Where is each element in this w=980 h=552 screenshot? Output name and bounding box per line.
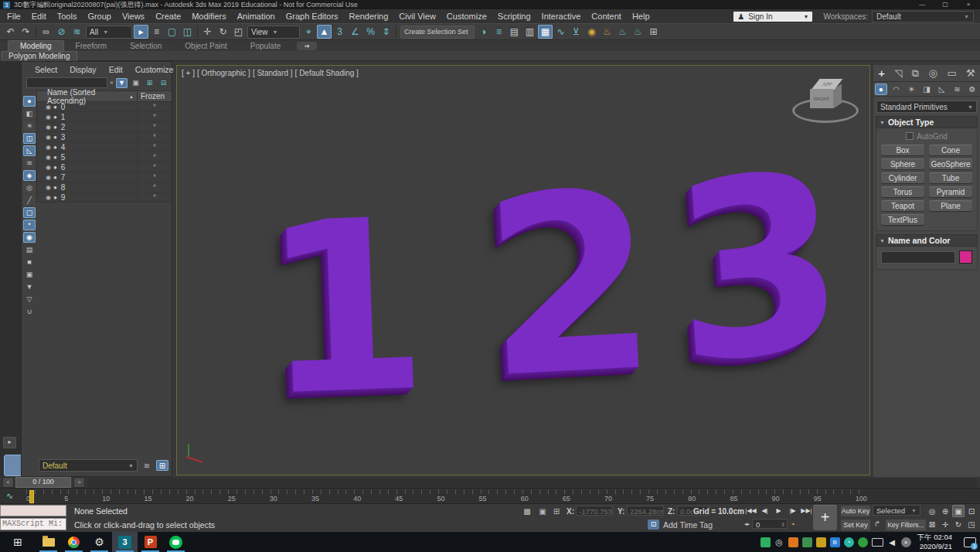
object-name[interactable]: 1	[61, 113, 137, 121]
time-configuration-icon[interactable]: ◔	[790, 520, 795, 529]
object-row[interactable]: ◉ ● 7 *	[37, 172, 172, 182]
select-scale-icon[interactable]: ◰	[231, 25, 246, 39]
isolate-selection-icon[interactable]: ▩	[521, 506, 533, 517]
cat-spacewarps-icon[interactable]: ≋	[951, 83, 963, 95]
time-slider-track[interactable]	[87, 478, 977, 487]
primitive-button[interactable]: GeoSphere	[929, 158, 972, 169]
ribbon-menu-icon[interactable]: ▪▾	[297, 42, 317, 50]
tray-display-icon[interactable]	[872, 538, 883, 547]
window-crossing-icon[interactable]: ◫	[180, 25, 195, 39]
transform-typein-icon[interactable]: ⊞	[550, 506, 563, 517]
zoom-extents-icon[interactable]: ▣	[952, 505, 965, 517]
object-name-input[interactable]	[881, 251, 955, 264]
scene-explorer-toggle-icon[interactable]: ▤	[507, 25, 522, 39]
tab-modify[interactable]: ◹	[894, 67, 902, 79]
select-link-icon[interactable]: ∞	[39, 25, 53, 39]
go-start-icon[interactable]: |◀◀	[744, 505, 757, 516]
explorer-menu-item[interactable]: Customize	[130, 65, 179, 74]
undo-icon[interactable]: ↶	[3, 25, 18, 39]
schematic-view-icon[interactable]: ⊻	[569, 25, 584, 39]
mini-curve-editor-icon[interactable]: ∿	[6, 491, 13, 501]
frozen-toggle-icon[interactable]: *	[137, 133, 172, 141]
workspaces-dropdown[interactable]: Default▼	[872, 11, 974, 22]
menu-item[interactable]: Civil View	[393, 12, 441, 21]
viewport[interactable]: [ + ] [ Orthographic ] [ Standard ] [ De…	[176, 65, 870, 475]
collapse-all-icon[interactable]: ⊟	[158, 78, 169, 88]
tab-display[interactable]: ▭	[947, 67, 956, 79]
primitive-button[interactable]: Teapot	[881, 200, 924, 211]
selection-region-icon[interactable]: ▢	[165, 25, 179, 39]
menu-item[interactable]: Customize	[441, 12, 492, 21]
track-bar-ruler[interactable]	[26, 489, 867, 494]
menu-item[interactable]: Create	[150, 12, 186, 21]
display-helpers-icon[interactable]: ◺	[23, 145, 36, 156]
next-frame-icon[interactable]: |▶	[786, 505, 799, 516]
filter-combination-icon[interactable]: ▼	[23, 281, 36, 292]
angle-snap-icon[interactable]: ∠	[348, 25, 362, 39]
action-center-icon[interactable]: 3	[960, 537, 980, 547]
use-pivot-icon[interactable]: ⌖	[301, 25, 316, 39]
cat-shapes-icon[interactable]: ◠	[890, 83, 903, 95]
align-icon[interactable]: ≡	[492, 25, 506, 39]
zoom-all-icon[interactable]: ⊕	[939, 505, 951, 517]
tab-create[interactable]: +	[878, 66, 885, 80]
tray-bluetooth-icon[interactable]: B	[830, 537, 840, 547]
display-containers-icon[interactable]: ▢	[23, 207, 36, 218]
set-key-button[interactable]: Set Key	[840, 519, 871, 531]
primitive-button[interactable]: Tube	[929, 172, 972, 183]
menu-item[interactable]: Interactive	[536, 12, 587, 21]
play-icon[interactable]: ▶	[772, 505, 785, 516]
display-xrefs-icon[interactable]: ◎	[23, 182, 36, 193]
taskbar-powerpoint[interactable]: P	[138, 532, 163, 552]
object-name[interactable]: 9	[61, 193, 137, 202]
maxscript-mini-listener-pink[interactable]	[0, 505, 66, 516]
orbit-icon[interactable]: ↻	[952, 518, 965, 530]
tab-motion[interactable]: ◎	[929, 67, 937, 79]
layers-icon[interactable]: ≋	[141, 460, 153, 471]
explorer-blank-icon[interactable]: ■	[23, 257, 36, 267]
primitive-button[interactable]: Plane	[929, 200, 972, 211]
zoom-icon[interactable]: ◎	[926, 505, 938, 517]
object-row[interactable]: ◉ ● 2 *	[37, 122, 172, 132]
display-hidden-icon[interactable]: ◉	[23, 232, 36, 243]
object-row[interactable]: ◉ ● 9 *	[37, 193, 172, 203]
frozen-toggle-icon[interactable]: *	[137, 123, 172, 131]
zoom-region-icon[interactable]: ⊠	[926, 518, 938, 530]
frame-step-arrows[interactable]: ◂▸	[744, 521, 750, 527]
select-rotate-icon[interactable]: ↻	[216, 25, 230, 39]
tray-volume-icon[interactable]: ◀	[887, 537, 897, 547]
frozen-toggle-icon[interactable]: *	[137, 183, 172, 192]
object-name[interactable]: 3	[61, 133, 137, 141]
viewport-renderer-menu[interactable]: [ Standard ]	[253, 69, 293, 77]
ribbon-tab-populate[interactable]: Populate	[239, 41, 292, 51]
frozen-column-header[interactable]: Frozen	[137, 92, 172, 101]
prev-frame-icon[interactable]: ◀|	[758, 505, 771, 516]
start-button[interactable]: ⊞	[0, 532, 36, 552]
object-name[interactable]: 6	[61, 163, 137, 172]
ribbon-toggle-icon[interactable]: ▦	[538, 25, 553, 39]
display-bones-icon[interactable]: ╱	[23, 195, 36, 206]
primitive-button[interactable]: Pyramid	[929, 186, 972, 197]
maxscript-mini-listener[interactable]: MAXScript Mi:	[0, 518, 66, 530]
spinner-snap-icon[interactable]: ⇕	[379, 25, 393, 39]
lock-icon[interactable]: ▣	[130, 78, 141, 88]
select-manipulate-icon[interactable]: ▲	[317, 25, 332, 39]
frozen-toggle-icon[interactable]: *	[137, 143, 172, 152]
expand-panel-button[interactable]: ▸	[3, 437, 16, 448]
viewport-view-menu[interactable]: [ Orthographic ]	[197, 69, 250, 77]
named-selection-set-dropdown[interactable]: Create Selection Set▼	[400, 26, 475, 39]
object-name[interactable]: 2	[61, 123, 137, 131]
polygon-modeling-tab[interactable]: Polygon Modeling	[2, 51, 77, 61]
autogrid-checkbox[interactable]: AutoGrid	[881, 132, 972, 141]
tray-coin-icon[interactable]	[816, 537, 826, 547]
object-name[interactable]: 8	[61, 183, 137, 192]
viewcube-front-face[interactable]: FRONT	[810, 89, 833, 108]
layer-explorer-toggle-icon[interactable]: ▥	[522, 25, 537, 39]
frozen-toggle-icon[interactable]: *	[137, 193, 172, 202]
select-object-icon[interactable]: ▸	[134, 25, 148, 39]
taskbar-line[interactable]	[163, 532, 189, 552]
menu-item[interactable]: Tools	[52, 12, 83, 21]
visibility-eye-icon[interactable]: ◉	[46, 104, 51, 111]
material-editor-icon[interactable]: ◉	[584, 25, 599, 39]
taskbar-settings[interactable]: ⚙	[87, 532, 112, 552]
